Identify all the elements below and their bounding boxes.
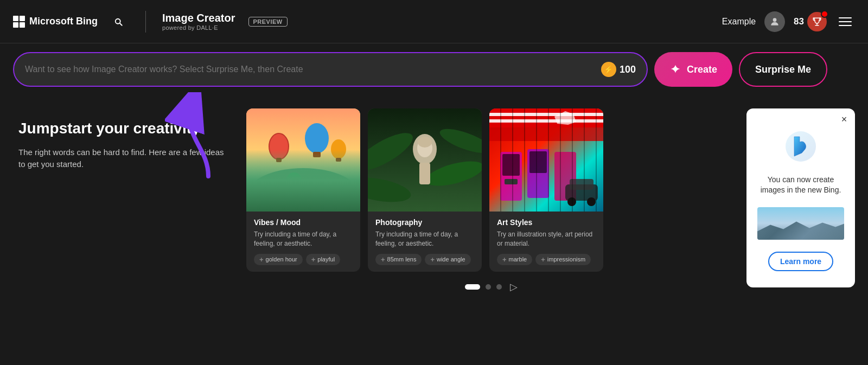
svg-rect-32 xyxy=(554,152,576,201)
boost-counter-header[interactable]: 83 xyxy=(794,12,827,31)
svg-point-12 xyxy=(286,172,302,188)
user-name: Example xyxy=(722,17,756,27)
header-right: Example 83 xyxy=(722,11,855,32)
art-styles-illustration xyxy=(489,108,603,212)
svg-rect-11 xyxy=(292,184,296,195)
card-photography: Photography Try including a time of day,… xyxy=(368,108,482,272)
hamburger-line-3 xyxy=(839,25,852,26)
header-divider xyxy=(145,11,146,33)
cards-area: Vibes / Mood Try including a time of day… xyxy=(246,108,739,302)
arrow-icon xyxy=(165,92,230,179)
card-vibes-info: Vibes / Mood Try including a time of day… xyxy=(246,212,360,272)
card-vibes-tags: + golden hour + playful xyxy=(254,254,353,265)
app-title: Image Creator xyxy=(162,12,235,24)
search-input-wrapper: ⚡ 100 xyxy=(13,52,648,87)
main-content: Jumpstart your creativity The right word… xyxy=(0,95,868,302)
svg-point-7 xyxy=(305,123,329,153)
svg-point-21 xyxy=(418,137,432,148)
card-art-styles-tags: + marble + impressionism xyxy=(497,254,596,265)
svg-rect-23 xyxy=(489,108,603,141)
hamburger-line-2 xyxy=(839,21,852,22)
create-icon xyxy=(669,63,681,75)
card-photography-image xyxy=(368,108,482,212)
svg-rect-30 xyxy=(527,149,549,198)
statue-illustration xyxy=(368,108,482,212)
user-icon xyxy=(769,16,780,27)
card-photography-tags: + 85mm lens + wide angle xyxy=(375,254,474,265)
tag-playful[interactable]: + playful xyxy=(306,254,340,265)
svg-rect-6 xyxy=(276,158,282,162)
svg-rect-34 xyxy=(570,179,593,190)
create-button[interactable]: Create xyxy=(654,52,732,87)
pagination: ▷ xyxy=(246,280,739,302)
avatar[interactable] xyxy=(764,11,785,32)
svg-point-0 xyxy=(773,18,777,22)
pagination-dot-2[interactable] xyxy=(486,284,491,290)
svg-rect-26 xyxy=(489,119,603,123)
search-row: ⚡ 100 Create Surprise Me xyxy=(13,52,855,87)
svg-rect-33 xyxy=(565,184,598,201)
header: Microsoft Bing Image Creator powered by … xyxy=(0,0,868,43)
cards-row: Vibes / Mood Try including a time of day… xyxy=(246,108,739,272)
svg-rect-25 xyxy=(489,113,603,116)
svg-rect-29 xyxy=(505,179,518,184)
card-vibes-category: Vibes / Mood xyxy=(254,218,353,227)
svg-rect-19 xyxy=(419,163,430,184)
svg-rect-27 xyxy=(500,152,522,201)
boost-icon xyxy=(807,12,827,31)
boost-counter-search: ⚡ 100 xyxy=(601,62,636,77)
preview-badge: PREVIEW xyxy=(248,17,288,27)
tag-marble[interactable]: + marble xyxy=(497,254,532,265)
card-photography-category: Photography xyxy=(375,218,474,227)
windows-grid-icon xyxy=(13,16,25,28)
pagination-dot-3[interactable] xyxy=(496,284,502,290)
card-art-styles-image xyxy=(489,108,603,212)
hamburger-menu-button[interactable] xyxy=(835,12,855,31)
svg-rect-28 xyxy=(502,154,520,176)
search-section: ⚡ 100 Create Surprise Me xyxy=(0,43,868,95)
ad-panel: × You can now create images in the new B… xyxy=(746,108,855,287)
ad-bing-logo xyxy=(784,130,817,163)
hamburger-line-1 xyxy=(839,17,852,18)
svg-rect-10 xyxy=(336,158,341,162)
hot-air-balloon-illustration xyxy=(246,108,360,212)
card-art-styles-category: Art Styles xyxy=(497,218,596,227)
left-panel: Jumpstart your creativity The right word… xyxy=(13,108,246,302)
svg-rect-2 xyxy=(246,108,360,212)
ad-mountains-image xyxy=(757,207,844,240)
tag-85mm-lens[interactable]: + 85mm lens xyxy=(375,254,422,265)
card-vibes-image xyxy=(246,108,360,212)
card-art-styles: Art Styles Try an illustration style, ar… xyxy=(489,108,603,272)
svg-rect-22 xyxy=(489,108,603,212)
card-vibes-description: Try including a time of day, a feeling, … xyxy=(254,230,353,248)
app-title-block: Image Creator powered by DALL·E xyxy=(162,12,235,31)
card-art-styles-info: Art Styles Try an illustration style, ar… xyxy=(489,212,603,272)
boost-count-number: 100 xyxy=(620,64,636,75)
card-photography-info: Photography Try including a time of day,… xyxy=(368,212,482,272)
surprise-me-button[interactable]: Surprise Me xyxy=(739,52,827,87)
svg-point-35 xyxy=(567,197,576,206)
pagination-dot-1[interactable] xyxy=(465,284,480,290)
learn-more-button[interactable]: Learn more xyxy=(768,252,833,271)
svg-point-3 xyxy=(246,168,360,212)
app-subtitle: powered by DALL·E xyxy=(162,24,235,31)
tag-golden-hour[interactable]: + golden hour xyxy=(254,254,303,265)
tag-impressionism[interactable]: + impressionism xyxy=(535,254,591,265)
card-art-styles-description: Try an illustration style, art period or… xyxy=(497,230,596,248)
brand-area: Microsoft Bing Image Creator powered by … xyxy=(13,11,288,33)
tag-wide-angle[interactable]: + wide angle xyxy=(425,254,470,265)
svg-point-9 xyxy=(331,139,346,159)
search-button[interactable] xyxy=(107,11,129,33)
ad-text: You can now create images in the new Bin… xyxy=(757,175,844,196)
svg-rect-31 xyxy=(529,151,547,173)
card-vibes: Vibes / Mood Try including a time of day… xyxy=(246,108,360,272)
pagination-next-button[interactable]: ▷ xyxy=(507,280,520,293)
svg-point-36 xyxy=(587,197,596,206)
prompt-input[interactable] xyxy=(25,65,595,74)
ad-close-button[interactable]: × xyxy=(838,113,851,126)
search-icon xyxy=(113,17,123,27)
svg-rect-8 xyxy=(313,152,321,157)
microsoft-bing-logo[interactable]: Microsoft Bing xyxy=(13,16,98,28)
svg-rect-24 xyxy=(489,108,603,127)
boost-number: 83 xyxy=(794,16,804,27)
